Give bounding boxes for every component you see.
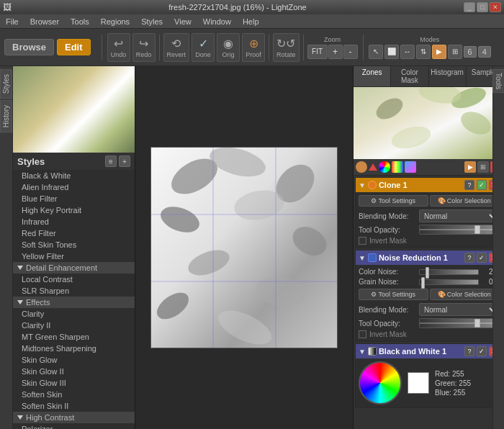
noise-invert-checkbox[interactable] — [359, 330, 366, 338]
noise-help-button[interactable]: ? — [464, 253, 474, 263]
zoom-fit-button[interactable]: FIT — [307, 45, 328, 59]
style-black-white[interactable]: Black & White — [13, 170, 135, 181]
style-slr-sharpen[interactable]: SLR Sharpen — [13, 285, 135, 297]
menu-view[interactable]: View — [171, 17, 194, 27]
style-midtones-sharpening[interactable]: Midtones Sharpening — [13, 343, 135, 354]
clone-blending-select[interactable]: Normal — [419, 209, 499, 222]
undo-button[interactable]: ↩ Undo — [107, 33, 130, 62]
grain-noise-slider[interactable] — [419, 279, 479, 285]
proof-button[interactable]: ⊕ Proof — [242, 33, 265, 62]
style-polarizer[interactable]: Polarizer — [13, 423, 135, 429]
tool-triangle-icon[interactable] — [369, 163, 377, 171]
clone-opacity-slider[interactable] — [419, 225, 499, 235]
clone-collapse-button[interactable]: ▼ — [359, 181, 366, 189]
tool-color-icon-1[interactable] — [356, 161, 367, 173]
style-yellow-filter[interactable]: Yellow Filter — [13, 250, 135, 262]
zoom-out-button[interactable]: - — [343, 45, 358, 59]
clone-color-selection-tab[interactable]: 🎨 Color Selection — [430, 195, 500, 207]
browse-tab[interactable]: Browse — [4, 39, 54, 55]
color-noise-thumb[interactable] — [426, 267, 429, 279]
style-blue-filter[interactable]: Blue Filter — [13, 193, 135, 204]
noise-opacity-slider[interactable] — [419, 318, 499, 328]
tool-gradient-icon[interactable] — [392, 161, 403, 173]
mode-play-button[interactable]: ▶ — [432, 45, 446, 59]
clone-check-button[interactable]: ✓ — [477, 180, 487, 190]
style-clarity-ii[interactable]: Clarity II — [13, 320, 135, 331]
zoom-in-button[interactable]: + — [328, 45, 343, 59]
edit-tab[interactable]: Edit — [57, 39, 91, 55]
tab-zones[interactable]: Zones — [354, 66, 391, 86]
menu-window[interactable]: Window — [200, 17, 234, 27]
tool-play-icon[interactable]: ▶ — [464, 161, 476, 173]
styles-header: Styles ≡ + — [13, 153, 135, 170]
style-soften-skin-ii[interactable]: Soften Skin II — [13, 400, 135, 412]
clone-tool-settings-tab[interactable]: ⚙ Tool Settings — [359, 195, 428, 207]
styles-add-button[interactable]: + — [119, 155, 130, 167]
bw-collapse-button[interactable]: ▼ — [359, 348, 366, 356]
menu-regions[interactable]: Regions — [98, 17, 132, 27]
style-skin-glow-ii[interactable]: Skin Glow II — [13, 366, 135, 377]
revert-button[interactable]: ⟲ Revert — [163, 33, 190, 62]
menu-help[interactable]: Help — [240, 17, 262, 27]
noise-check-button[interactable]: ✓ — [477, 253, 487, 263]
bw-red-label: Red: — [435, 370, 450, 378]
color-noise-slider[interactable] — [419, 269, 479, 275]
rotate-button[interactable]: ↻↺ Rotate — [273, 33, 300, 62]
style-alien-infrared[interactable]: Alien Infrared — [13, 181, 135, 193]
orig-label: Orig — [222, 51, 235, 58]
style-soften-skin[interactable]: Soften Skin — [13, 389, 135, 400]
styles-panel-title: Styles — [17, 156, 45, 167]
mode-arrow-button[interactable]: ↖ — [369, 45, 383, 59]
noise-collapse-button[interactable]: ▼ — [359, 254, 366, 262]
menu-file[interactable]: File — [3, 17, 22, 27]
tools-vert-tab[interactable]: Tools — [492, 69, 504, 93]
bw-check-button[interactable]: ✓ — [477, 346, 487, 356]
style-infrared[interactable]: Infrared — [13, 216, 135, 227]
menu-browser[interactable]: Browser — [27, 17, 62, 27]
style-local-contrast[interactable]: Local Contrast — [13, 274, 135, 285]
group-detail-enhancement[interactable]: Detail Enhancement — [13, 262, 135, 274]
styles-list[interactable]: Black & White Alien Infrared Blue Filter… — [13, 170, 135, 429]
tool-blend-icon[interactable] — [405, 161, 416, 173]
style-soft-skin-tones[interactable]: Soft Skin Tones — [13, 239, 135, 250]
maximize-button[interactable]: □ — [477, 2, 488, 12]
style-clarity[interactable]: Clarity — [13, 308, 135, 320]
tool-grid-icon[interactable]: ⊞ — [477, 161, 489, 173]
bw-help-button[interactable]: ? — [464, 346, 474, 356]
styles-list-view-button[interactable]: ≡ — [105, 155, 117, 167]
tab-color-mask[interactable]: Color Mask — [391, 66, 428, 86]
noise-blending-select[interactable]: Normal — [419, 303, 499, 316]
noise-color-selection-tab[interactable]: 🎨 Color Selection — [430, 289, 500, 300]
rotate-label: Rotate — [276, 51, 296, 58]
grain-noise-thumb[interactable] — [421, 277, 425, 289]
clone-tool-panel: ▼ Clone 1 ? ✓ ✕ ⚙ Tool Settings 🎨 — [355, 177, 503, 248]
menu-styles[interactable]: Styles — [138, 17, 166, 27]
close-button[interactable]: ✕ — [490, 2, 501, 12]
styles-tab[interactable]: Styles — [0, 69, 12, 99]
color-wheel[interactable] — [359, 361, 402, 405]
style-skin-glow[interactable]: Skin Glow — [13, 354, 135, 366]
minimize-button[interactable]: _ — [464, 2, 475, 12]
style-mt-green-sharpen[interactable]: MT Green Sharpen — [13, 331, 135, 343]
clone-help-button[interactable]: ? — [464, 180, 474, 190]
bw-title: Black and White 1 — [379, 347, 462, 356]
menu-tools[interactable]: Tools — [68, 17, 92, 27]
group-effects[interactable]: Effects — [13, 297, 135, 308]
tab-histogram[interactable]: Histogram — [429, 66, 467, 86]
orig-button[interactable]: ◉ Orig — [217, 33, 240, 62]
redo-button[interactable]: ↪ Redo — [132, 33, 156, 62]
style-red-filter[interactable]: Red Filter — [13, 227, 135, 239]
history-tab[interactable]: History — [0, 100, 12, 132]
noise-tool-settings-tab[interactable]: ⚙ Tool Settings — [359, 289, 428, 300]
mode-rotate-button[interactable]: ↔ — [400, 45, 415, 59]
style-skin-glow-iii[interactable]: Skin Glow III — [13, 377, 135, 389]
mode-select-button[interactable]: ⬜ — [384, 45, 399, 59]
mode-grid-button[interactable]: ⊞ — [448, 45, 462, 59]
tool-colorwheel-icon[interactable] — [379, 161, 390, 173]
group-high-contrast[interactable]: High Contrast — [13, 412, 135, 423]
clone-invert-checkbox[interactable] — [359, 237, 366, 245]
style-high-key-portrait[interactable]: High Key Portrait — [13, 204, 135, 216]
mode-flip-button[interactable]: ⇅ — [416, 45, 431, 59]
clone-color-icon — [368, 181, 377, 189]
done-button[interactable]: ✓ Done — [192, 33, 215, 62]
